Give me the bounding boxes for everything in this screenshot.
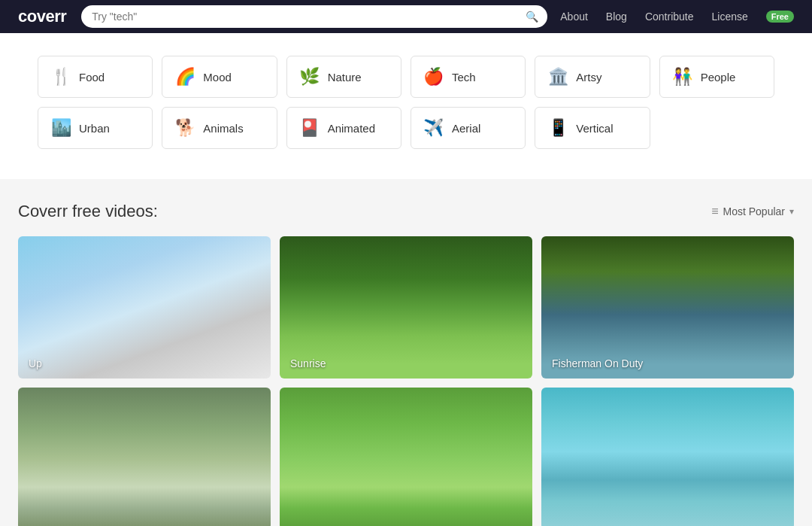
videos-header: Coverr free videos: ≡ Most Popular ▾ [18, 202, 794, 221]
nature-icon: 🌿 [299, 67, 320, 87]
search-icon: 🔍 [526, 11, 538, 23]
people-icon: 👫 [672, 67, 693, 87]
food-label: Food [79, 71, 105, 84]
urban-icon: 🏙️ [50, 118, 71, 138]
nav-blog[interactable]: Blog [606, 11, 627, 23]
free-badge: Free [766, 11, 794, 23]
nav: About Blog Contribute License Free [560, 11, 794, 23]
video-person-park[interactable] [280, 388, 532, 526]
animated-label: Animated [328, 122, 375, 135]
category-food[interactable]: 🍴 Food [38, 56, 153, 98]
people-label: People [701, 71, 736, 84]
video-fisherman-label: Fisherman On Duty [552, 357, 643, 369]
aerial-icon: ✈️ [423, 118, 444, 138]
sort-control[interactable]: ≡ Most Popular ▾ [711, 205, 794, 218]
videos-section: Coverr free videos: ≡ Most Popular ▾ Up … [0, 179, 812, 526]
animated-icon: 🎴 [299, 118, 320, 138]
logo[interactable]: coverr [18, 7, 66, 26]
video-sunrise-label: Sunrise [290, 357, 326, 369]
category-tech[interactable]: 🍎 Tech [411, 56, 526, 98]
video-up[interactable]: Up [18, 236, 271, 379]
header: coverr 🔍 About Blog Contribute License F… [0, 0, 812, 33]
sort-label: Most Popular [723, 205, 785, 217]
videos-grid: Up Sunrise Fisherman On Duty [18, 236, 794, 526]
video-sunrise[interactable]: Sunrise [280, 236, 532, 379]
categories-grid: 🍴 Food 🌈 Mood 🌿 Nature 🍎 Tech 🏛️ Artsy 👫… [38, 56, 774, 149]
mood-icon: 🌈 [174, 67, 195, 87]
animals-label: Animals [203, 122, 243, 135]
tech-label: Tech [452, 71, 476, 84]
nav-license[interactable]: License [711, 11, 747, 23]
video-waterfall[interactable] [18, 388, 271, 526]
tech-icon: 🍎 [423, 67, 444, 87]
categories-section: 🍴 Food 🌈 Mood 🌿 Nature 🍎 Tech 🏛️ Artsy 👫… [0, 33, 812, 179]
vertical-icon: 📱 [547, 118, 568, 138]
nav-contribute[interactable]: Contribute [645, 11, 694, 23]
search-input[interactable] [81, 5, 547, 28]
category-urban[interactable]: 🏙️ Urban [38, 107, 153, 149]
nav-about[interactable]: About [560, 11, 588, 23]
food-icon: 🍴 [50, 67, 71, 87]
category-animated[interactable]: 🎴 Animated [286, 107, 401, 149]
mood-label: Mood [203, 71, 232, 84]
category-animals[interactable]: 🐕 Animals [162, 107, 277, 149]
video-fisherman[interactable]: Fisherman On Duty [541, 236, 794, 379]
animals-icon: 🐕 [174, 118, 195, 138]
video-up-label: Up [29, 357, 42, 369]
search-bar[interactable]: 🔍 [81, 5, 547, 28]
category-nature[interactable]: 🌿 Nature [286, 56, 401, 98]
aerial-label: Aerial [452, 122, 480, 135]
artsy-label: Artsy [576, 71, 601, 84]
sort-icon: ≡ [711, 205, 718, 218]
video-island[interactable] [541, 388, 794, 526]
artsy-icon: 🏛️ [547, 67, 568, 87]
category-artsy[interactable]: 🏛️ Artsy [535, 56, 650, 98]
nature-label: Nature [328, 71, 362, 84]
vertical-label: Vertical [576, 122, 613, 135]
sort-arrow-icon: ▾ [789, 206, 794, 217]
category-aerial[interactable]: ✈️ Aerial [411, 107, 526, 149]
videos-title: Coverr free videos: [18, 202, 158, 221]
category-mood[interactable]: 🌈 Mood [162, 56, 277, 98]
category-people[interactable]: 👫 People [659, 56, 774, 98]
urban-label: Urban [79, 122, 110, 135]
category-vertical[interactable]: 📱 Vertical [535, 107, 650, 149]
logo-text: coverr [18, 7, 66, 26]
